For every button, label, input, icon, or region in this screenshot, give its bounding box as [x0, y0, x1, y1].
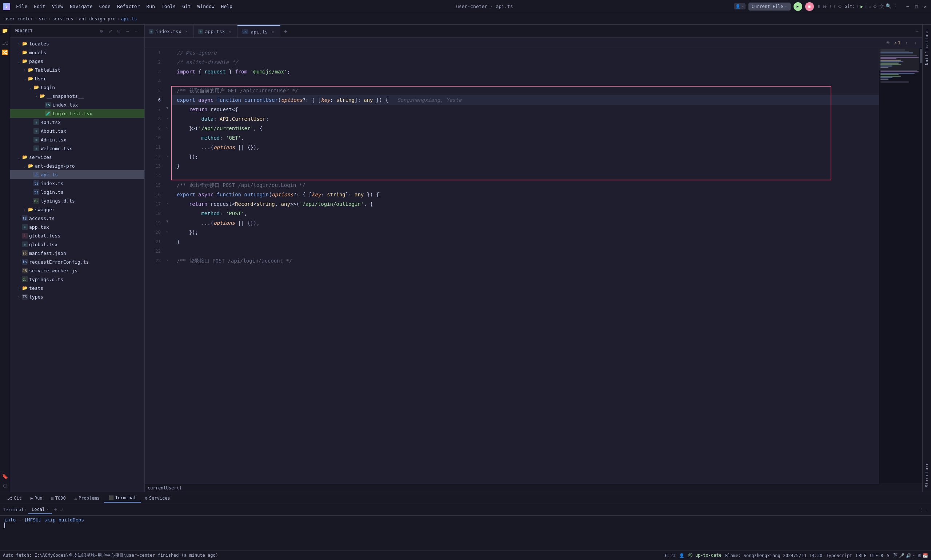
tab-services[interactable]: ⚙ Services	[141, 494, 175, 502]
step-into-icon[interactable]: ⬇	[829, 4, 832, 9]
sidebar-more-icon[interactable]: ⋯	[124, 28, 131, 35]
breadcrumb-services[interactable]: services	[52, 16, 74, 22]
tree-item-models[interactable]: › 📂 models	[10, 48, 145, 57]
git-run-icon[interactable]: ▶	[860, 4, 863, 9]
code-line-15[interactable]: /** 退出登录接口 POST /api/login/outLogin */	[171, 180, 879, 190]
tab-git[interactable]: ⎇ Git	[3, 494, 26, 502]
code-line-17[interactable]: return request< Record < string , any >>…	[171, 199, 879, 209]
tree-item-apptsx[interactable]: ⚛ app.tsx	[10, 223, 145, 231]
tree-item-requesterror[interactable]: ts requestErrorConfig.ts	[10, 257, 145, 266]
tree-item-typingsroot[interactable]: d. typings.d.ts	[10, 275, 145, 284]
next-error-button[interactable]: ↓	[911, 39, 919, 47]
close-button[interactable]: ✕	[922, 4, 928, 9]
status-language[interactable]: TypeScript	[826, 553, 852, 558]
tree-item-locales[interactable]: › 📂 locales	[10, 39, 145, 48]
maximize-button[interactable]: □	[914, 4, 919, 9]
status-line-col[interactable]: 6:23	[665, 553, 676, 558]
history-icon[interactable]: ⟲	[837, 4, 842, 9]
menu-tools[interactable]: Tools	[159, 3, 179, 10]
more-status-icon[interactable]: ⋯	[913, 553, 916, 558]
tab-run[interactable]: ▶ Run	[26, 494, 47, 502]
step-out-icon[interactable]: ⬆	[833, 4, 836, 9]
scrollbar-thumb[interactable]	[920, 49, 922, 63]
prev-error-button[interactable]: ↑	[903, 39, 911, 47]
tree-item-apits[interactable]: ts api.ts	[10, 170, 145, 179]
terminal-maximize-button[interactable]: ⤢	[58, 507, 65, 512]
time-icon[interactable]: 📅	[923, 553, 928, 558]
menu-window[interactable]: Window	[195, 3, 217, 10]
breadcrumb-src[interactable]: src	[39, 16, 47, 22]
minimap[interactable]	[879, 48, 922, 484]
fold-16[interactable]: ⌄	[165, 228, 170, 234]
tree-item-about[interactable]: ⚛ About.tsx	[10, 126, 145, 135]
code-line-7[interactable]: return request<{	[171, 105, 879, 114]
fold-19[interactable]: ⌄	[165, 256, 170, 262]
user-dropdown-arrow[interactable]: ▾	[742, 5, 744, 8]
current-file-button[interactable]: Current File ▾	[748, 3, 791, 11]
tab-apits[interactable]: ts api.ts ✕	[237, 25, 280, 37]
tree-item-services[interactable]: ⌄ 📂 services	[10, 153, 145, 162]
code-line-9[interactable]: }>( '/api/currentUser' , {	[171, 124, 879, 133]
fold-15[interactable]: ▼	[165, 218, 170, 224]
sidebar-resize-handle[interactable]	[10, 490, 145, 492]
code-line-13[interactable]: }	[171, 162, 879, 171]
fold-9[interactable]: ⌄	[165, 152, 170, 158]
stop-button[interactable]: ■	[805, 2, 814, 11]
code-line-12[interactable]: });	[171, 152, 879, 162]
terminal-close-icon[interactable]: −	[926, 507, 928, 512]
tab-todo[interactable]: ☑ TODO	[47, 494, 70, 502]
code-line-3[interactable]: import { request } from '@umijs/max' ;	[171, 67, 879, 76]
menu-edit[interactable]: Edit	[31, 3, 48, 10]
speaker-icon[interactable]: 🔊	[906, 553, 911, 558]
scrollbar[interactable]	[919, 48, 922, 484]
more-icon[interactable]: ⋮	[893, 3, 897, 10]
git-push-icon[interactable]: ⬆	[865, 4, 867, 9]
git-branch-icon[interactable]: ↕	[869, 4, 871, 9]
activity-branch[interactable]: 🔀	[1, 48, 9, 57]
code-line-5[interactable]: /** 获取当前的用户 GET /api/currentUser */	[171, 86, 879, 95]
tree-item-indextsx[interactable]: ts index.tsx	[10, 100, 145, 109]
code-line-20[interactable]: });	[171, 228, 879, 237]
code-line-6[interactable]: export async function currentUser ( opti…	[171, 95, 879, 105]
terminal-more-icon[interactable]: ⋮	[920, 507, 924, 512]
tree-item-admin[interactable]: ⚛ Admin.tsx	[10, 135, 145, 144]
tree-item-user[interactable]: ⌄ 📂 User	[10, 74, 145, 83]
tree-item-404[interactable]: ⚛ 404.tsx	[10, 118, 145, 126]
notifications-panel-label[interactable]: Notifications	[923, 26, 931, 68]
git-history-icon[interactable]: ⟲	[873, 4, 876, 9]
tree-item-logints[interactable]: ts login.ts	[10, 188, 145, 196]
breadcrumb-file[interactable]: api.ts	[121, 16, 137, 22]
code-line-10[interactable]: method : 'GET' ,	[171, 133, 879, 143]
tree-item-logintest[interactable]: 🧪 login.test.tsx	[10, 109, 145, 118]
tree-item-antdesign[interactable]: ⌄ 📂 ant-design-pro	[10, 162, 145, 170]
code-line-16[interactable]: export async function outLogin ( options…	[171, 190, 879, 199]
mic-icon[interactable]: 🎤	[899, 553, 905, 558]
menu-file[interactable]: File	[13, 3, 30, 10]
terminal-content[interactable]: info - [MFSU] skip buildDeps	[0, 515, 931, 551]
sidebar-settings-icon[interactable]: ⚙	[98, 28, 105, 35]
status-encoding[interactable]: UTF-8	[870, 553, 883, 558]
status-crlf[interactable]: CRLF	[856, 553, 866, 558]
tab-close-button[interactable]: ✕	[183, 29, 189, 35]
tab-close-button[interactable]: ✕	[227, 29, 233, 35]
status-avatar[interactable]: 👤	[679, 553, 685, 558]
tab-more-button[interactable]: ⋯	[912, 25, 922, 37]
menu-view[interactable]: View	[49, 3, 66, 10]
code-line-14[interactable]	[171, 171, 879, 180]
terminal-local-tab[interactable]: Local ✕	[28, 505, 52, 514]
tab-add-button[interactable]: +	[280, 25, 291, 37]
minimize-button[interactable]: ─	[905, 4, 911, 9]
sidebar-minimize-icon[interactable]: −	[133, 28, 140, 35]
code-line-18[interactable]: method : 'POST' ,	[171, 209, 879, 218]
tab-indextsx[interactable]: ⚛ index.tsx ✕	[145, 25, 194, 37]
code-line-4[interactable]	[171, 76, 879, 86]
menu-run[interactable]: Run	[144, 3, 158, 10]
fold-7[interactable]: ⌄	[165, 124, 170, 129]
structure-panel-label[interactable]: Structure	[923, 459, 931, 490]
current-file-dropdown[interactable]: ▾	[785, 4, 787, 9]
tree-item-swagger[interactable]: › 📂 swagger	[10, 205, 145, 214]
fold-5[interactable]: ▼	[165, 105, 170, 111]
menu-bar[interactable]: File Edit View Navigate Code Refactor Ru…	[13, 3, 235, 10]
tree-item-tablelist[interactable]: › 📂 TableList	[10, 65, 145, 74]
menu-refactor[interactable]: Refactor	[114, 3, 143, 10]
